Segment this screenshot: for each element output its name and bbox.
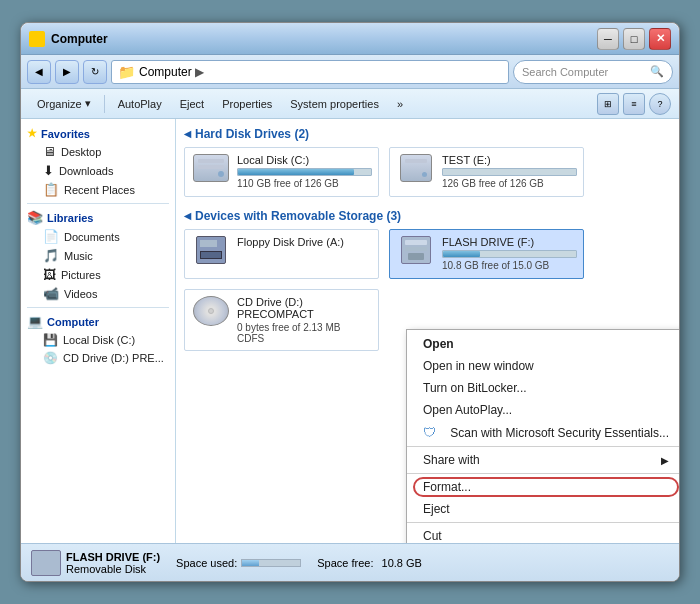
ctx-sep-2 (407, 473, 679, 474)
cdrom-icon (193, 296, 229, 326)
context-menu: Open Open in new window Turn on BitLocke… (406, 329, 679, 543)
system-properties-label: System properties (290, 98, 379, 110)
sidebar-item-music[interactable]: 🎵 Music (21, 246, 175, 265)
address-arrow: ▶ (195, 65, 204, 79)
drive-floppy-a[interactable]: Floppy Disk Drive (A:) (184, 229, 379, 279)
sidebar-libraries-header[interactable]: 📚 Libraries (21, 208, 175, 227)
hdd-icon-e (400, 154, 432, 182)
drive-local-c[interactable]: Local Disk (C:) 110 GB free of 126 GB (184, 147, 379, 197)
sidebar-item-downloads[interactable]: ⬇ Downloads (21, 161, 175, 180)
ctx-open-new-label: Open in new window (423, 359, 534, 373)
sidebar-item-videos[interactable]: 📹 Videos (21, 284, 175, 303)
sidebar-item-cd-drive[interactable]: 💿 CD Drive (D:) PRE... (21, 349, 175, 367)
back-button[interactable]: ◀ (27, 60, 51, 84)
view-list-button[interactable]: ≡ (623, 93, 645, 115)
drive-cd-d[interactable]: CD Drive (D:) PRECOMPACT 0 bytes free of… (184, 289, 379, 351)
ctx-bitlocker[interactable]: Turn on BitLocker... (407, 377, 679, 399)
status-flash-icon (31, 550, 61, 576)
ctx-format[interactable]: Format... (407, 476, 679, 498)
videos-icon: 📹 (43, 286, 59, 301)
refresh-button[interactable]: ↻ (83, 60, 107, 84)
ctx-autoplay[interactable]: Open AutoPlay... (407, 399, 679, 421)
toolbar-right: ⊞ ≡ ? (597, 93, 671, 115)
sidebar-computer-header[interactable]: 💻 Computer (21, 312, 175, 331)
status-used-area: Space used: (176, 557, 301, 569)
addressbar: ◀ ▶ ↻ 📁 Computer ▶ Search Computer 🔍 (21, 55, 679, 89)
drive-c-size: 110 GB free of 126 GB (237, 178, 372, 189)
drive-test-e[interactable]: TEST (E:) 126 GB free of 126 GB (389, 147, 584, 197)
security-icon: 🛡 (423, 425, 436, 440)
drive-f-icon-wrap (396, 236, 436, 272)
sidebar-item-pictures[interactable]: 🖼 Pictures (21, 265, 175, 284)
system-properties-button[interactable]: System properties (282, 93, 387, 115)
sidebar-divider-1 (27, 203, 169, 204)
ctx-share[interactable]: Share with ▶ (407, 449, 679, 471)
ctx-sep-1 (407, 446, 679, 447)
close-button[interactable]: ✕ (649, 28, 671, 50)
folder-icon: 📁 (118, 64, 135, 80)
autoplay-button[interactable]: AutoPlay (110, 93, 170, 115)
drive-f-name: FLASH DRIVE (F:) (442, 236, 577, 248)
maximize-button[interactable]: □ (623, 28, 645, 50)
ctx-scan-label: Scan with Microsoft Security Essentials.… (450, 426, 669, 440)
sidebar-item-documents[interactable]: 📄 Documents (21, 227, 175, 246)
drive-e-progress (442, 168, 577, 176)
ctx-bitlocker-label: Turn on BitLocker... (423, 381, 527, 395)
desktop-label: Desktop (61, 146, 101, 158)
sidebar-item-local-disk[interactable]: 💾 Local Disk (C:) (21, 331, 175, 349)
sidebar-favorites-header[interactable]: ★ Favorites (21, 125, 175, 142)
space-free-val: 10.8 GB (382, 557, 422, 569)
cd-drive-label: CD Drive (D:) PRE... (63, 352, 164, 364)
address-box[interactable]: 📁 Computer ▶ (111, 60, 509, 84)
hdd-icon-c (193, 154, 229, 182)
ctx-open[interactable]: Open (407, 333, 679, 355)
computer-icon: 💻 (27, 314, 43, 329)
space-free-label: Space free: (317, 557, 373, 569)
floppy-icon (196, 236, 226, 264)
titlebar: Computer ─ □ ✕ (21, 23, 679, 55)
drive-f-fill (443, 251, 480, 257)
ctx-open-new[interactable]: Open in new window (407, 355, 679, 377)
properties-label: Properties (222, 98, 272, 110)
organize-button[interactable]: Organize ▾ (29, 93, 99, 115)
sidebar-item-recent[interactable]: 📋 Recent Places (21, 180, 175, 199)
ctx-eject[interactable]: Eject (407, 498, 679, 520)
view-options-button[interactable]: ⊞ (597, 93, 619, 115)
search-box[interactable]: Search Computer 🔍 (513, 60, 673, 84)
documents-label: Documents (64, 231, 120, 243)
search-icon: 🔍 (650, 65, 664, 78)
status-drive-name: FLASH DRIVE (F:) (66, 551, 160, 563)
ctx-scan[interactable]: 🛡 Scan with Microsoft Security Essential… (407, 421, 679, 444)
drive-f-info: FLASH DRIVE (F:) 10.8 GB free of 15.0 GB (442, 236, 577, 271)
ctx-open-label: Open (423, 337, 454, 351)
ctx-sep-3 (407, 522, 679, 523)
more-button[interactable]: » (389, 93, 411, 115)
downloads-label: Downloads (59, 165, 113, 177)
drive-e-name: TEST (E:) (442, 154, 577, 166)
ctx-cut[interactable]: Cut (407, 525, 679, 543)
drive-d-name: CD Drive (D:) PRECOMPACT (237, 296, 372, 320)
toolbar: Organize ▾ AutoPlay Eject Properties Sys… (21, 89, 679, 119)
toolbar-separator-1 (104, 95, 105, 113)
autoplay-label: AutoPlay (118, 98, 162, 110)
eject-button[interactable]: Eject (172, 93, 212, 115)
sidebar: ★ Favorites 🖥 Desktop ⬇ Downloads 📋 Rece… (21, 119, 176, 543)
music-icon: 🎵 (43, 248, 59, 263)
local-disk-label: Local Disk (C:) (63, 334, 135, 346)
address-computer: Computer (139, 65, 192, 79)
properties-button[interactable]: Properties (214, 93, 280, 115)
recent-label: Recent Places (64, 184, 135, 196)
status-drive-info: FLASH DRIVE (F:) Removable Disk (66, 551, 160, 575)
sidebar-item-desktop[interactable]: 🖥 Desktop (21, 142, 175, 161)
help-button[interactable]: ? (649, 93, 671, 115)
drive-a-info: Floppy Disk Drive (A:) (237, 236, 372, 250)
titlebar-buttons: ─ □ ✕ (597, 28, 671, 50)
explorer-window: Computer ─ □ ✕ ◀ ▶ ↻ 📁 Computer ▶ Search… (20, 22, 680, 582)
sidebar-divider-2 (27, 307, 169, 308)
star-icon: ★ (27, 127, 37, 140)
drive-flash-f[interactable]: FLASH DRIVE (F:) 10.8 GB free of 15.0 GB (389, 229, 584, 279)
forward-button[interactable]: ▶ (55, 60, 79, 84)
drive-d-sub: 0 bytes free of 2.13 MB (237, 322, 372, 333)
documents-icon: 📄 (43, 229, 59, 244)
minimize-button[interactable]: ─ (597, 28, 619, 50)
